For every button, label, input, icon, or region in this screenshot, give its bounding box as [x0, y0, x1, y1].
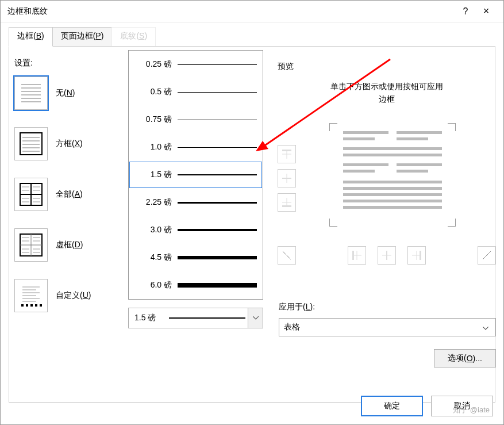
help-button[interactable]: ? — [455, 3, 476, 20]
width-option[interactable]: 0.5 磅 — [129, 78, 263, 106]
width-dropdown-list: 0.25 磅0.5 磅0.75 磅1.0 磅1.5 磅2.25 磅3.0 磅4.… — [128, 50, 263, 300]
border-top-button[interactable] — [278, 145, 296, 163]
watermark: 知乎 @iate — [453, 405, 490, 415]
setting-custom-icon[interactable] — [14, 279, 48, 312]
border-diag-up-button[interactable] — [478, 246, 496, 265]
width-option-line — [178, 202, 257, 204]
border-diag-down-button[interactable] — [278, 246, 296, 265]
width-option-label: 1.0 磅 — [134, 142, 178, 152]
svg-rect-42 — [30, 304, 33, 307]
apply-to-label: 应用于(L): — [279, 302, 496, 312]
setting-all-icon[interactable] — [14, 178, 48, 211]
dialog-title: 边框和底纹 — [7, 6, 455, 17]
width-option-line — [178, 256, 257, 259]
preview-hint: 单击下方图示或使用按钮可应用 边框 — [278, 80, 496, 106]
apply-to-select[interactable]: 表格 — [279, 318, 496, 336]
setting-box-label: 方框(X) — [56, 139, 83, 149]
settings-label: 设置: — [14, 58, 121, 68]
width-option[interactable]: 6.0 磅 — [129, 271, 263, 299]
width-option-label: 2.25 磅 — [134, 197, 178, 208]
svg-line-62 — [483, 251, 491, 259]
width-option-label: 6.0 磅 — [134, 280, 178, 290]
setting-grid-label: 虚框(D) — [56, 240, 83, 250]
close-button[interactable]: × — [476, 3, 497, 20]
borders-shading-dialog: 边框和底纹 ? × 边框(B) 页面边框(P) 底纹(S) 设置: 无(N) — [0, 0, 504, 425]
width-option[interactable]: 4.5 磅 — [129, 244, 263, 271]
tab-page-border[interactable]: 页面边框(P) — [52, 27, 113, 47]
setting-box-icon[interactable] — [14, 127, 48, 160]
width-option[interactable]: 1.5 磅 — [129, 161, 263, 189]
chevron-down-icon — [480, 322, 491, 332]
chevron-down-icon[interactable] — [248, 308, 263, 328]
border-bottom-button[interactable] — [278, 193, 296, 212]
titlebar: 边框和底纹 ? × — [1, 1, 503, 22]
svg-line-53 — [283, 251, 291, 259]
width-option[interactable]: 1.0 磅 — [129, 133, 263, 161]
preview-box — [278, 123, 496, 265]
setting-all-label: 全部(A) — [56, 189, 83, 200]
width-option-line — [178, 92, 257, 93]
border-left-button[interactable] — [348, 246, 366, 265]
width-option-label: 0.75 磅 — [134, 114, 178, 125]
width-option-line — [178, 147, 257, 148]
options-button[interactable]: 选项(O)... — [434, 349, 496, 367]
setting-none-icon[interactable] — [14, 76, 48, 110]
tab-bar: 边框(B) 页面边框(P) 底纹(S) — [9, 27, 495, 47]
current-width-label: 1.5 磅 — [134, 313, 169, 323]
width-option-line — [178, 64, 257, 65]
setting-grid-icon[interactable] — [14, 228, 48, 262]
preview-title: 预览 — [278, 62, 496, 72]
width-option-label: 0.25 磅 — [134, 59, 178, 70]
width-option[interactable]: 2.25 磅 — [129, 189, 263, 216]
svg-rect-40 — [21, 304, 24, 307]
width-option-label: 1.5 磅 — [134, 170, 178, 180]
width-option-line — [178, 283, 257, 288]
width-option[interactable]: 3.0 磅 — [129, 216, 263, 244]
width-dropdown-current[interactable]: 1.5 磅 — [128, 308, 263, 328]
svg-rect-44 — [40, 304, 42, 307]
apply-to-value: 表格 — [284, 322, 480, 332]
svg-rect-41 — [26, 304, 28, 307]
setting-none-label: 无(N) — [56, 88, 75, 98]
setting-custom-label: 自定义(U) — [56, 290, 91, 301]
border-vmiddle-button[interactable] — [378, 246, 396, 265]
width-option[interactable]: 0.25 磅 — [129, 51, 263, 78]
width-option-line — [178, 229, 257, 231]
tab-shading[interactable]: 底纹(S) — [111, 27, 156, 47]
current-width-line — [169, 317, 245, 319]
width-option-label: 3.0 磅 — [134, 225, 178, 235]
border-hmiddle-button[interactable] — [278, 169, 296, 187]
width-option-label: 0.5 磅 — [134, 87, 178, 97]
width-option-line — [178, 120, 257, 120]
width-option-line — [178, 174, 257, 175]
width-option[interactable]: 0.75 磅 — [129, 106, 263, 133]
svg-rect-43 — [35, 304, 37, 307]
width-option-label: 4.5 磅 — [134, 252, 178, 263]
preview-document[interactable] — [329, 123, 456, 227]
border-right-button[interactable] — [407, 246, 426, 265]
tab-borders[interactable]: 边框(B) — [9, 27, 53, 47]
